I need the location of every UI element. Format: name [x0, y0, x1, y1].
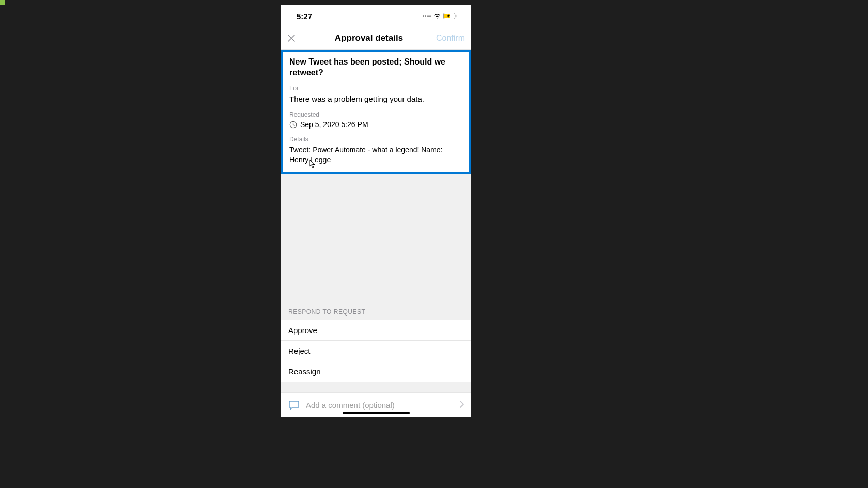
phone-screen: 5:27 Approval details Confirm: [281, 5, 471, 417]
status-icons: [423, 13, 457, 19]
respond-header: RESPOND TO REQUEST: [281, 303, 471, 320]
approval-card: New Tweet has been posted; Should we ret…: [281, 50, 471, 174]
page-title: Approval details: [335, 33, 403, 43]
details-label: Details: [289, 136, 463, 143]
comment-icon: [288, 400, 300, 411]
requested-label: Requested: [289, 111, 463, 118]
spacer: [281, 174, 471, 303]
content-area: New Tweet has been posted; Should we ret…: [281, 50, 471, 417]
clock-icon: [289, 121, 297, 129]
approval-title: New Tweet has been posted; Should we ret…: [289, 57, 463, 78]
cellular-icon: [423, 15, 431, 17]
home-indicator: [343, 412, 410, 414]
close-button[interactable]: [287, 34, 304, 42]
comment-input[interactable]: [306, 401, 454, 410]
comment-bar: [281, 392, 471, 417]
approve-button[interactable]: Approve: [281, 320, 471, 341]
confirm-button[interactable]: Confirm: [434, 34, 465, 43]
svg-rect-2: [456, 15, 457, 18]
requested-row: Sep 5, 2020 5:26 PM: [289, 120, 463, 129]
status-bar: 5:27: [281, 5, 471, 27]
reject-button[interactable]: Reject: [281, 341, 471, 361]
battery-icon: [443, 13, 457, 19]
requested-value: Sep 5, 2020 5:26 PM: [300, 120, 368, 129]
chevron-right-icon: [460, 401, 464, 410]
action-list: Approve Reject Reassign: [281, 320, 471, 382]
for-value: There was a problem getting your data.: [289, 94, 463, 104]
for-label: For: [289, 85, 463, 92]
nav-bar: Approval details Confirm: [281, 27, 471, 50]
wifi-icon: [433, 13, 441, 19]
reassign-button[interactable]: Reassign: [281, 361, 471, 382]
details-value: Tweet: Power Automate - what a legend! N…: [289, 145, 463, 165]
status-time: 5:27: [297, 12, 312, 21]
close-icon: [287, 34, 296, 42]
corner-indicator: [0, 0, 5, 5]
